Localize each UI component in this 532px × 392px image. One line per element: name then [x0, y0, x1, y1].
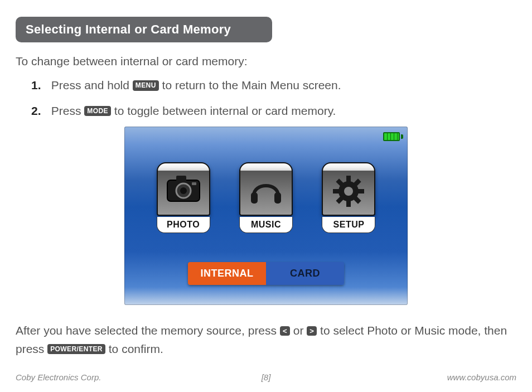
- step-1: 1. Press and hold MENU to return to the …: [31, 76, 516, 95]
- svg-rect-5: [251, 192, 258, 204]
- setup-tile[interactable]: SETUP: [315, 162, 382, 234]
- main-menu-row: PHOTO MUSIC: [124, 162, 408, 234]
- battery-icon: [382, 132, 401, 141]
- headphones-icon: [239, 162, 293, 216]
- manual-page: Selecting Internal or Card Memory To cha…: [0, 0, 532, 392]
- power-enter-key-icon: POWER/ENTER: [47, 344, 105, 354]
- step-text-post: to toggle between internal or card memor…: [114, 104, 336, 117]
- section-heading: Selecting Internal or Card Memory: [16, 17, 272, 42]
- svg-rect-6: [274, 192, 281, 204]
- tile-label: MUSIC: [239, 217, 293, 233]
- step-number: 1.: [31, 76, 48, 95]
- svg-point-16: [344, 187, 353, 196]
- after-t1: After you have selected the memory sourc…: [16, 324, 280, 337]
- memory-option-card[interactable]: CARD: [266, 262, 344, 285]
- page-footer: Coby Electronics Corp. [8] www.cobyusa.c…: [16, 372, 516, 382]
- music-tile[interactable]: MUSIC: [233, 162, 299, 234]
- after-t4: to confirm.: [109, 342, 163, 355]
- after-t2: or: [293, 324, 307, 337]
- tile-label: SETUP: [322, 217, 375, 233]
- photo-tile[interactable]: PHOTO: [150, 162, 217, 234]
- step-text-post: to return to the Main Menu screen.: [162, 79, 341, 91]
- camera-icon: [157, 162, 210, 216]
- step-text-pre: Press and hold: [51, 79, 133, 91]
- mode-key-icon: MODE: [84, 106, 111, 116]
- footer-url: www.cobyusa.com: [447, 372, 516, 382]
- memory-toggle[interactable]: INTERNAL CARD: [188, 262, 344, 285]
- device-screenshot: PHOTO MUSIC: [124, 127, 408, 305]
- after-text: After you have selected the memory sourc…: [16, 322, 516, 358]
- step-number: 2.: [31, 101, 48, 120]
- svg-rect-1: [176, 176, 186, 181]
- menu-key-icon: MENU: [133, 80, 159, 90]
- gear-icon: [322, 162, 375, 216]
- left-key-icon: <: [280, 326, 290, 336]
- step-2: 2. Press MODE to toggle between internal…: [31, 101, 516, 120]
- steps-list: 1. Press and hold MENU to return to the …: [16, 76, 516, 120]
- page-number: [8]: [262, 372, 271, 382]
- intro-text: To change between internal or card memor…: [16, 55, 516, 68]
- tile-label: PHOTO: [157, 217, 210, 233]
- footer-company: Coby Electronics Corp.: [16, 372, 101, 382]
- svg-point-3: [180, 187, 187, 194]
- memory-option-internal[interactable]: INTERNAL: [188, 262, 266, 285]
- step-text-pre: Press: [51, 104, 85, 117]
- right-key-icon: >: [307, 326, 317, 336]
- svg-rect-4: [192, 182, 196, 185]
